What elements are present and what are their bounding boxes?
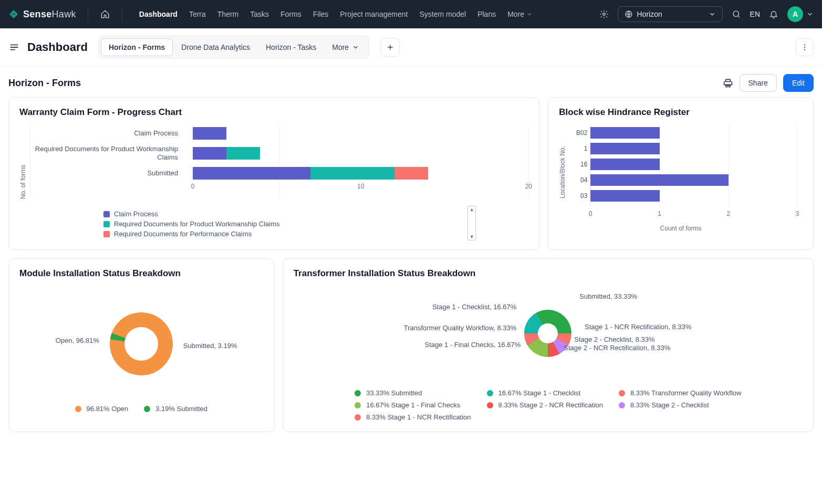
nav-item-more[interactable]: More [507,10,533,18]
chart-category-label: Claim Process [30,129,185,138]
card-row-1: Warranty Claim Form - Progress Chart No.… [0,97,822,258]
divider [122,8,122,20]
chart-annotation: Stage 2 - Checklist, 8.33% [574,335,654,343]
chart-bar [590,159,659,170]
chart-annotation: Transformer Quality Workflow, 8.33% [404,324,517,332]
chart-bar-row: Submitted [30,167,528,180]
chart-bar-row: Claim Process [30,127,528,140]
chart-annotation-submitted: Submitted, 3.19% [183,342,237,350]
legend-item: 8.33% Stage 2 - NCR Rectification [487,401,603,409]
scroll-down-icon[interactable]: ▼ [470,234,474,240]
chart-bar-row: Required Documents for Product Workmansh… [30,147,528,160]
account-menu[interactable]: A [787,6,814,22]
brand[interactable]: SenseHawk [8,9,76,20]
legend-item: Required Documents for Product Workmansh… [103,219,528,229]
svg-point-3 [804,44,805,45]
nav-item-terra[interactable]: Terra [189,10,206,18]
print-icon[interactable] [723,78,733,88]
nav-item-project-management[interactable]: Project management [340,10,408,18]
card-row-2: Module Installation Status Breakdown Sub… [0,258,822,445]
chart-module: Submitted, 3.19% Open, 96.81% [19,286,263,402]
chart-x-tick: 20 [525,183,532,190]
nav-item-tasks[interactable]: Tasks [250,10,269,18]
more-options-button[interactable] [796,38,814,56]
share-button[interactable]: Share [740,74,777,92]
card-block-hindrance: Block wise Hindrance Register Location/B… [548,97,814,250]
tab-more[interactable]: More [325,39,367,56]
chart-bar-segment [310,167,394,180]
chart-block: Location/Block No. B021160403 0123 Count… [559,125,803,235]
sub-bar: Dashboard Horizon - Forms Drone Data Ana… [0,28,822,67]
scroll-up-icon[interactable]: ▲ [470,206,474,213]
home-icon[interactable] [100,9,110,19]
tab-horizon-tasks[interactable]: Horizon - Tasks [258,39,324,56]
nav-item-therm[interactable]: Therm [217,10,238,18]
menu-icon[interactable] [8,41,20,53]
legend-item: 3.19% Submitted [144,405,207,413]
chart-category-label: Submitted [30,169,185,177]
legend-item: 8.33% Stage 1 - NCR Rectification [355,413,471,421]
nav-item-files[interactable]: Files [313,10,329,18]
svg-point-5 [804,49,805,50]
chart-warranty: No. of forms Claim ProcessRequired Docum… [19,125,528,239]
chart-bar [590,127,659,139]
card-title: Module Installation Status Breakdown [19,268,263,279]
add-dashboard-button[interactable] [381,38,400,57]
chart-x-tick: 0 [191,183,195,190]
legend-scrollbar[interactable]: ▲▼ [467,206,476,240]
svg-point-2 [733,11,739,17]
card-title: Warranty Claim Form - Progress Chart [19,107,528,118]
chart-category-label: Required Documents for Product Workmansh… [30,145,185,161]
avatar: A [787,6,803,22]
tab-horizon-forms[interactable]: Horizon - Forms [101,38,173,56]
notifications-icon[interactable] [768,9,779,19]
chart-annotation: Stage 2 - NCR Rectification, 8.33% [564,344,670,352]
chart-annotation: Stage 1 - NCR Rectification, 8.33% [585,323,691,331]
legend-item: 8.33% Stage 2 - Checklist [619,401,741,409]
chart-bar-segment [193,167,310,180]
chart-annotation: Submitted, 33.33% [579,292,637,300]
tab-drone-data-analytics[interactable]: Drone Data Analytics [174,39,257,56]
edit-button[interactable]: Edit [783,74,814,92]
card-module-installation: Module Installation Status Breakdown Sub… [8,258,274,432]
asset-selector[interactable]: Horizon [618,6,723,22]
nav-item-plans[interactable]: Plans [477,10,496,18]
dashboard-actions: Share Edit [723,74,814,92]
search-icon[interactable] [731,9,742,19]
chevron-down-icon [352,44,359,51]
chart-bar [590,174,728,186]
nav-item-system-model[interactable]: System model [419,10,466,18]
divider [88,8,88,20]
chevron-down-icon [526,11,533,17]
chart-bar [590,190,659,202]
page-title: Dashboard [27,40,88,54]
legend-item: 33.33% Submitted [355,389,471,397]
language-label[interactable]: EN [750,10,760,18]
globe-icon [625,10,633,18]
legend-item: 96.81% Open [75,405,129,413]
nav-items: Dashboard Terra Therm Tasks Forms Files … [139,10,533,18]
nav-item-dashboard[interactable]: Dashboard [139,10,178,18]
chart-x-axis-label: Count of forms [559,225,803,232]
settings-icon[interactable] [599,9,609,19]
chart-category-label: B02 [573,127,587,139]
kebab-icon [800,43,809,51]
svg-point-4 [804,47,805,48]
legend-item: 8.33% Transformer Quality Workflow [619,389,741,397]
chart-y-axis-label: Location/Block No. [559,146,566,198]
chart-x-tick: 2 [726,210,730,217]
legend-swatch [75,406,81,412]
nav-item-forms[interactable]: Forms [280,10,301,18]
card-warranty-progress: Warranty Claim Form - Progress Chart No.… [8,97,539,250]
asset-selector-label: Horizon [637,10,662,18]
chart-bar-segment [193,127,226,140]
card-title: Block wise Hindrance Register [559,107,803,118]
legend-item: 16.67% Stage 1 - Final Checks [355,401,471,409]
chart-x-tick: 1 [658,210,661,217]
donut-chart [110,312,173,375]
chart-category-label: 16 [573,159,587,170]
chart-annotation-open: Open, 96.81% [56,337,99,344]
chart-transformer: Submitted, 33.33% Stage 1 - Checklist, 1… [294,286,803,381]
chart-y-axis-label: No. of forms [19,165,27,199]
legend-item: Required Documents for Performance Claim… [103,229,528,239]
